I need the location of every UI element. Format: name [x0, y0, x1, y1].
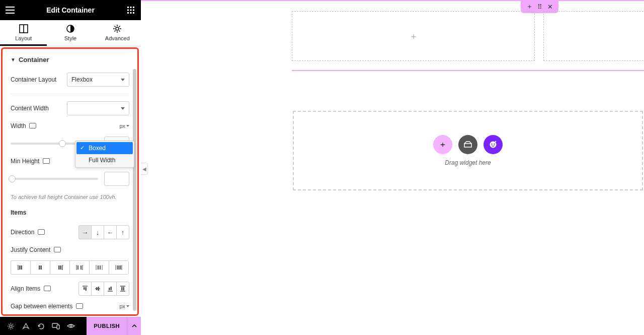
- publish-options[interactable]: [127, 317, 141, 335]
- align-start[interactable]: [78, 282, 92, 296]
- justify-between[interactable]: [69, 260, 90, 275]
- gap-unit[interactable]: px: [119, 303, 129, 309]
- direction-row[interactable]: →: [78, 225, 92, 239]
- svg-rect-4: [130, 10, 132, 11]
- tab-advanced[interactable]: Advanced: [94, 20, 141, 46]
- direction-column[interactable]: ↓: [91, 225, 104, 239]
- collapse-panel-icon[interactable]: ◀: [141, 163, 148, 175]
- svg-rect-8: [133, 12, 134, 14]
- sidebar-panel: Edit Container Layout Style Advanced ▼ C…: [0, 0, 141, 335]
- svg-rect-6: [127, 12, 129, 14]
- svg-point-54: [495, 141, 496, 142]
- preview-icon[interactable]: [63, 317, 78, 335]
- container-layout-label: Container Layout: [11, 76, 56, 83]
- svg-rect-30: [117, 265, 118, 270]
- direction-row-rev[interactable]: ←: [104, 225, 117, 239]
- publish-button[interactable]: PUBLISH: [87, 317, 127, 335]
- responsive-mode-icon[interactable]: [48, 317, 63, 335]
- align-center[interactable]: [91, 282, 104, 296]
- svg-rect-1: [130, 7, 132, 8]
- svg-rect-14: [19, 265, 21, 270]
- svg-point-51: [490, 142, 497, 148]
- justify-buttons: [11, 260, 129, 275]
- drag-handle-icon[interactable]: ⠿: [537, 3, 542, 11]
- responsive-icon[interactable]: [29, 123, 36, 128]
- responsive-icon[interactable]: [43, 158, 50, 164]
- apps-icon[interactable]: [125, 4, 137, 16]
- panel-footer: PUBLISH: [0, 317, 141, 335]
- dropdown-option-boxed[interactable]: Boxed: [76, 142, 133, 154]
- min-height-slider[interactable]: [11, 178, 98, 180]
- history-icon[interactable]: [33, 317, 48, 335]
- responsive-icon[interactable]: [76, 303, 83, 309]
- svg-rect-31: [119, 265, 120, 270]
- direction-column-rev[interactable]: ↑: [116, 225, 129, 239]
- add-template-button[interactable]: [458, 135, 477, 154]
- content-width-label: Content Width: [11, 105, 49, 112]
- items-header: Items: [11, 209, 129, 216]
- container-column-2[interactable]: ＋: [543, 11, 644, 61]
- justify-evenly[interactable]: [109, 260, 129, 275]
- width-unit[interactable]: px: [119, 123, 129, 129]
- svg-point-12: [116, 27, 119, 30]
- ai-button[interactable]: [484, 135, 503, 154]
- navigator-icon[interactable]: [18, 317, 33, 335]
- add-widget-icon[interactable]: ＋: [409, 30, 418, 42]
- svg-rect-0: [127, 7, 129, 8]
- settings-icon[interactable]: [3, 317, 18, 335]
- align-label: Align Items: [11, 285, 51, 292]
- panel-title: Edit Container: [16, 6, 125, 14]
- editor-canvas: ＋ ⠿ ✕ ＋ ＋ ＋ Drag widget here: [141, 0, 644, 335]
- svg-rect-19: [60, 265, 62, 270]
- align-buttons: [78, 282, 129, 296]
- justify-center[interactable]: [30, 260, 50, 275]
- drag-widget-text: Drag widget here: [445, 159, 491, 166]
- tabs: Layout Style Advanced: [0, 20, 141, 46]
- container-column-1[interactable]: ＋: [292, 11, 535, 61]
- min-height-input[interactable]: [104, 172, 129, 186]
- align-end[interactable]: [104, 282, 117, 296]
- drop-zone[interactable]: ＋ Drag widget here: [293, 111, 643, 190]
- svg-point-47: [10, 325, 12, 327]
- justify-around[interactable]: [89, 260, 109, 275]
- content-width-dropdown: Boxed Full Width: [75, 141, 134, 168]
- content-width-select[interactable]: [67, 101, 129, 115]
- width-label: Width: [11, 122, 36, 129]
- close-icon[interactable]: ✕: [547, 3, 553, 11]
- min-height-label: Min Height: [11, 158, 50, 165]
- justify-start[interactable]: [11, 260, 31, 275]
- tab-layout[interactable]: Layout: [0, 20, 47, 46]
- justify-end[interactable]: [50, 260, 70, 275]
- container-layout-select[interactable]: Flexbox: [67, 73, 129, 87]
- gap-label: Gap between elements: [11, 303, 83, 310]
- svg-rect-36: [86, 287, 87, 291]
- svg-rect-42: [111, 287, 112, 290]
- add-element-button[interactable]: ＋: [433, 135, 452, 154]
- svg-rect-49: [57, 325, 59, 329]
- svg-rect-16: [39, 265, 40, 270]
- direction-buttons: → ↓ ← ↑: [78, 225, 129, 239]
- align-stretch[interactable]: [116, 282, 129, 296]
- section-container-header[interactable]: ▼ Container: [11, 56, 129, 63]
- dropdown-option-full[interactable]: Full Width: [76, 154, 133, 166]
- tab-style-label: Style: [64, 35, 76, 41]
- panel-header: Edit Container: [0, 0, 141, 20]
- responsive-icon[interactable]: [44, 286, 51, 291]
- svg-rect-32: [120, 265, 121, 270]
- svg-rect-35: [84, 287, 85, 290]
- tab-advanced-label: Advanced: [105, 35, 130, 41]
- svg-rect-2: [133, 7, 134, 8]
- responsive-icon[interactable]: [54, 247, 61, 252]
- menu-icon[interactable]: [4, 4, 16, 16]
- svg-rect-5: [133, 10, 134, 11]
- responsive-icon[interactable]: [38, 229, 45, 235]
- svg-rect-23: [80, 265, 82, 270]
- add-section-icon[interactable]: ＋: [526, 2, 533, 11]
- svg-rect-39: [98, 287, 100, 291]
- svg-rect-22: [77, 265, 78, 270]
- panel-scrollbar[interactable]: [133, 69, 136, 316]
- svg-rect-26: [98, 265, 99, 270]
- tab-style[interactable]: Style: [47, 20, 94, 46]
- svg-rect-38: [96, 287, 98, 290]
- svg-rect-44: [121, 287, 123, 291]
